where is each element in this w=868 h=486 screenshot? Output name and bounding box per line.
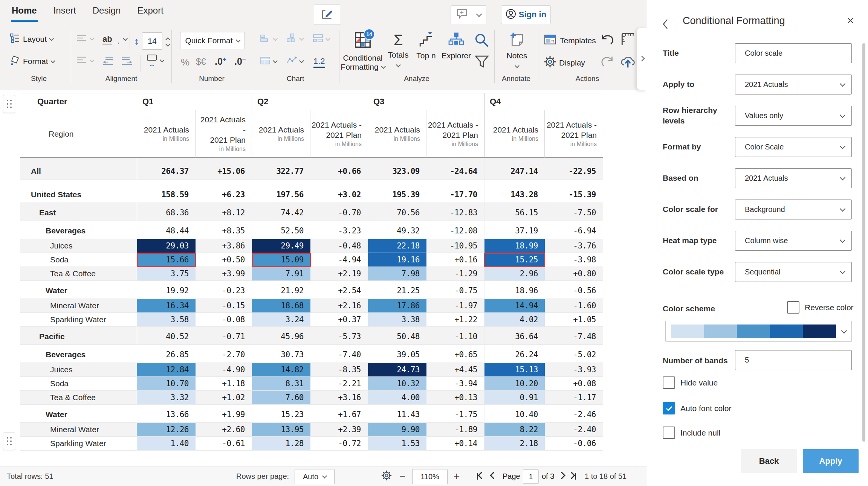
value-cell[interactable]: 2.96 [484,267,545,281]
value-cell[interactable]: 3.32 [137,391,196,405]
layout-chart-button[interactable] [313,34,330,45]
value-cell[interactable]: 7.60 [252,391,310,405]
zoom-out-button[interactable]: − [399,466,405,486]
display-button[interactable]: Display [544,56,585,70]
value-cell[interactable]: 45.96 [252,327,310,345]
value-cell[interactable]: -4.90 [196,363,252,377]
value-cell[interactable]: 11.43 [368,405,426,423]
value-cell[interactable]: -1.10 [426,327,484,345]
value-cell[interactable]: 15.25 [484,253,545,267]
value-cell[interactable]: -24.64 [426,158,484,180]
value-cell[interactable]: -1.89 [426,423,484,437]
row-label[interactable]: Mineral Water [20,299,137,313]
ribbon-expand-button[interactable] [637,28,647,90]
value-cell[interactable]: +3.02 [310,180,368,203]
first-page-button[interactable] [477,466,484,486]
decimal-places-button[interactable]: 1.2 [313,56,325,68]
comment-dropdown-button[interactable] [472,5,486,24]
value-cell[interactable]: +0.37 [310,313,368,327]
currency-format-button[interactable]: $€ [196,56,206,67]
table-drag-handle[interactable] [3,95,15,113]
value-cell[interactable]: +0.13 [426,391,484,405]
value-cell[interactable]: 10.32 [368,377,426,391]
value-cell[interactable]: 10.40 [484,405,545,423]
tab-home[interactable]: Home [11,2,38,22]
indent-button[interactable] [121,56,133,67]
value-cell[interactable]: 13.66 [137,405,196,423]
value-cell[interactable]: 68.36 [137,203,196,221]
value-cell[interactable]: -7.50 [545,203,603,221]
number-of-bands-input[interactable]: 5 [735,350,852,370]
panel-scrollbar[interactable] [862,43,865,442]
value-cell[interactable]: -3.98 [545,253,603,267]
row-hierarchy-levels-select[interactable]: Values only [735,106,852,126]
page-number-input[interactable]: 1 [523,469,539,484]
value-cell[interactable]: +8.12 [196,203,252,221]
value-cell[interactable]: -0.23 [196,281,252,299]
value-cell[interactable]: 30.73 [252,345,310,363]
heat-map-type-select[interactable]: Column wise [735,231,852,251]
value-cell[interactable]: 22.18 [368,239,426,253]
resize-button[interactable] [620,32,635,48]
search-button[interactable] [474,32,490,50]
value-cell[interactable]: 10.70 [137,377,196,391]
row-label[interactable]: Water [20,405,137,423]
value-cell[interactable]: 29.03 [137,239,196,253]
font-size-value[interactable]: 14 [142,32,162,50]
close-icon[interactable]: × [847,14,854,27]
value-cell[interactable]: -0.75 [426,281,484,299]
value-cell[interactable]: 3.24 [252,313,310,327]
value-cell[interactable]: -1.17 [545,391,603,405]
value-cell[interactable]: -0.06 [545,437,603,451]
value-cell[interactable]: 3.75 [137,267,196,281]
layout-button[interactable]: Layout [10,33,53,45]
value-cell[interactable]: +0.08 [545,377,603,391]
hide-value-checkbox[interactable] [663,376,675,389]
value-cell[interactable]: +0.50 [196,253,252,267]
templates-button[interactable]: Templates [544,34,596,47]
value-cell[interactable]: 19.16 [368,253,426,267]
value-cell[interactable]: +2.16 [310,299,368,313]
add-comment-button[interactable] [451,5,473,24]
value-cell[interactable]: -3.23 [310,221,368,239]
value-cell[interactable]: -0.70 [310,203,368,221]
value-cell[interactable]: 8.31 [252,377,310,391]
value-cell[interactable]: 70.56 [368,203,426,221]
value-cell[interactable]: 15.13 [484,363,545,377]
value-cell[interactable]: 3.58 [137,313,196,327]
value-cell[interactable]: -3.94 [426,377,484,391]
value-cell[interactable]: 29.49 [252,239,310,253]
value-cell[interactable]: 322.77 [252,158,310,180]
value-cell[interactable]: 7.91 [252,267,310,281]
value-cell[interactable]: 18.99 [484,239,545,253]
value-cell[interactable]: 18.96 [484,281,545,299]
value-cell[interactable]: -7.40 [310,345,368,363]
vertical-align-button[interactable] [76,56,94,66]
value-cell[interactable]: +1.22 [426,313,484,327]
value-cell[interactable]: 323.09 [368,158,426,180]
value-cell[interactable]: 26.24 [484,345,545,363]
value-cell[interactable]: -0.61 [196,437,252,451]
value-cell[interactable]: -12.83 [426,203,484,221]
value-cell[interactable]: +0.65 [426,345,484,363]
value-cell[interactable]: -5.73 [310,327,368,345]
value-cell[interactable]: -0.71 [196,327,252,345]
undo-button[interactable] [600,33,615,47]
wrap-text-button[interactable]: ab → [102,32,127,46]
redo-button[interactable] [600,55,615,69]
value-cell[interactable]: 1.53 [368,437,426,451]
last-page-button[interactable] [569,466,576,486]
line-chart-button[interactable] [286,56,303,67]
value-cell[interactable]: 14.82 [252,363,310,377]
value-cell[interactable]: -1.60 [545,299,603,313]
value-cell[interactable]: 8.22 [484,423,545,437]
color-scheme-select[interactable] [665,321,852,342]
value-cell[interactable]: -0.56 [545,281,603,299]
value-cell[interactable]: 24.73 [368,363,426,377]
value-cell[interactable]: 17.86 [368,299,426,313]
value-cell[interactable]: -1.29 [426,267,484,281]
value-cell[interactable]: +6.23 [196,180,252,203]
value-cell[interactable]: 9.90 [368,423,426,437]
value-cell[interactable]: -12.08 [426,221,484,239]
value-cell[interactable]: 15.23 [252,405,310,423]
